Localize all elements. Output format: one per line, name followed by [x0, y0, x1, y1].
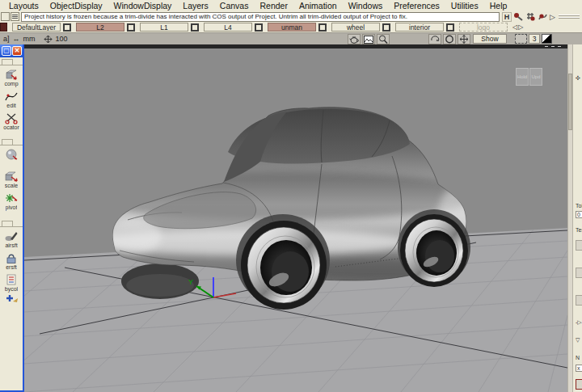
tool-locator[interactable]: ocator	[0, 112, 23, 131]
shading-toggle[interactable]	[542, 34, 552, 44]
layer-button-interior[interactable]: interior	[395, 23, 444, 32]
panel-icon-1[interactable]	[576, 240, 582, 251]
units-label: mm	[23, 35, 36, 43]
layer-button-l2[interactable]: L2	[76, 23, 124, 32]
menu-item-animation[interactable]: Animation	[293, 1, 343, 11]
layer-item: wheel	[331, 23, 390, 32]
layer-visibility-checkbox[interactable]	[191, 23, 199, 32]
n-field[interactable]: x	[576, 365, 582, 372]
tolerance-label: Tol	[576, 203, 582, 209]
car-rear-wheel[interactable]	[400, 214, 468, 287]
layer-item: logo	[459, 23, 508, 32]
panel-icon-4[interactable]	[576, 379, 582, 390]
menu-item-preferences[interactable]: Preferences	[388, 1, 445, 11]
layer-visibility-checkbox[interactable]	[127, 23, 135, 32]
bounding-box-toggle[interactable]	[515, 34, 527, 44]
perspective-viewport[interactable]: Y Hold Upd	[24, 44, 567, 392]
menu-item-objectdisplay[interactable]: ObjectDisplay	[44, 1, 108, 11]
palette-close-button[interactable]: ✕	[12, 46, 22, 56]
scrollbar-thumb[interactable]	[568, 74, 572, 130]
panel-arrow-glyph: -▷	[576, 319, 582, 326]
show-menu-button[interactable]: Show	[473, 34, 507, 44]
render-image-icon[interactable]	[362, 34, 375, 44]
tool-unlabeled[interactable]	[0, 148, 23, 167]
layer-visibility-checkbox[interactable]	[446, 23, 454, 32]
point-snap-icon[interactable]	[538, 11, 548, 22]
layer-button-wheel[interactable]: wheel	[331, 23, 380, 32]
toolbar-grip-handle[interactable]	[559, 14, 580, 19]
view-panes-button[interactable]: 3	[529, 34, 540, 44]
layer-button-l1[interactable]: L1	[140, 23, 188, 32]
tumble-camera-icon[interactable]	[428, 34, 441, 44]
render-tools-group	[348, 34, 390, 44]
track-camera-icon[interactable]	[458, 34, 470, 44]
layer-button-l4[interactable]: L4	[204, 23, 252, 32]
car-front-wheel[interactable]	[241, 221, 327, 310]
viewport-canvas[interactable]: Y	[24, 48, 567, 392]
menu-bar: Layouts ObjectDisplay WindowDisplay Laye…	[0, 0, 582, 11]
tool-edit[interactable]: edit	[0, 90, 23, 109]
play-prompt-icon[interactable]: ▷	[550, 13, 555, 21]
right-panel-content: ✣ Tol 0 Tes -▷ ▽ N x	[573, 44, 582, 392]
layer-button-logo[interactable]: logo	[459, 23, 508, 32]
n-label: N	[576, 355, 580, 360]
render-zoom-icon[interactable]	[377, 34, 390, 44]
layer-visibility-checkbox[interactable]	[255, 23, 263, 32]
paint-plus-icon	[4, 295, 19, 303]
hold-button[interactable]: Hold	[516, 68, 529, 86]
tool-partial[interactable]	[0, 295, 23, 310]
sphere-icon	[4, 148, 19, 161]
palette-section-tab[interactable]	[0, 59, 23, 65]
grid-snap-icon[interactable]	[513, 11, 524, 22]
page-color-icon	[4, 273, 19, 286]
tolerance-field[interactable]: 0	[576, 211, 582, 218]
layer-visibility-checkbox[interactable]	[318, 23, 327, 32]
menu-item-windowdisplay[interactable]: WindowDisplay	[108, 1, 178, 11]
menu-item-layers[interactable]: Layers	[177, 1, 214, 11]
palette-title-bar[interactable]: ▢ ✕	[0, 44, 23, 57]
layer-scroll-arrows[interactable]: ◁▷	[512, 23, 524, 31]
menu-item-help[interactable]: Help	[484, 1, 513, 11]
tool-pivot[interactable]: pivot	[0, 192, 23, 211]
layer-bar: DefaultLayer L2 L1 L4 unman wheel interi…	[0, 22, 582, 32]
hotkey-icon[interactable]: H	[502, 12, 512, 22]
render-teapot-icon[interactable]	[348, 34, 361, 44]
tool-ersft[interactable]: ersft	[0, 251, 23, 271]
layer-button-unman[interactable]: unman	[268, 23, 316, 32]
panel-icon-3[interactable]	[576, 295, 582, 306]
layer-item: interior	[395, 23, 454, 32]
prompt-toggle-button[interactable]	[1, 12, 10, 21]
tool-bycol[interactable]: bycol	[0, 273, 23, 293]
layer-visibility-checkbox[interactable]	[63, 23, 71, 32]
history-list-icon[interactable]	[11, 12, 19, 21]
menu-item-layouts[interactable]: Layouts	[3, 1, 44, 11]
layer-item: DefaultLayer	[12, 23, 71, 32]
layer-button-defaultlayer[interactable]: DefaultLayer	[12, 23, 61, 32]
menu-item-utilities[interactable]: Utilities	[445, 1, 484, 11]
tool-scale[interactable]: scale	[0, 170, 23, 189]
update-button[interactable]: Upd	[529, 68, 542, 86]
panel-icon-2[interactable]	[576, 268, 582, 278]
panel-collapse-glyph[interactable]: ▽	[576, 337, 580, 344]
tool-comp[interactable]: comp	[0, 68, 23, 87]
menu-item-canvas[interactable]: Canvas	[214, 1, 255, 11]
camera-tools-group	[428, 34, 470, 44]
menu-item-render[interactable]: Render	[254, 1, 293, 11]
layer-item: unman	[268, 23, 327, 32]
main-area: ▢ ✕ comp edit ocator	[0, 44, 582, 392]
pivot-star-icon	[4, 192, 19, 204]
status-message: Project history is frozen because a trim…	[21, 12, 500, 22]
layer-visibility-checkbox[interactable]	[382, 23, 390, 32]
curve-edit-icon	[4, 90, 19, 103]
look-at-icon[interactable]	[443, 34, 456, 44]
menu-item-windows[interactable]: Windows	[343, 1, 389, 11]
palette-section-tab[interactable]	[0, 221, 23, 227]
palette-section-tab[interactable]	[0, 139, 23, 145]
units-arrow-icon: ↔	[13, 35, 20, 43]
curve-snap-icon[interactable]	[525, 11, 536, 22]
y-axis-label: Y	[188, 278, 193, 286]
layer-item: L1	[140, 23, 199, 32]
layer-color-swatch[interactable]	[0, 23, 7, 32]
tool-airsft[interactable]: airsft	[0, 230, 23, 249]
palette-restore-button[interactable]: ▢	[2, 46, 11, 56]
